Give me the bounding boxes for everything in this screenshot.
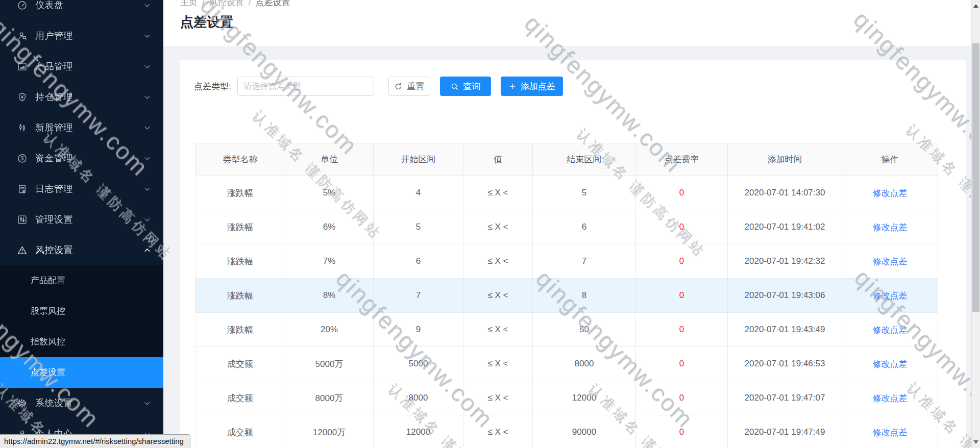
cell-unit: 20%	[285, 313, 374, 347]
sidebar-item-risk-settings[interactable]: 风控设置	[0, 235, 163, 265]
table-row-hovered: 涨跌幅 8% 7 ≤ X < 8 0 2020-07-01 19:43:06 修…	[195, 279, 938, 313]
search-button-label: 查询	[463, 81, 480, 92]
cell-fee: 0	[636, 415, 728, 448]
table-header-row: 类型名称 单位 开始区间 值 结束区间 点差费率 添加时间 操作	[195, 143, 938, 176]
page-header: 主页/风控设置/点差设置 点差设置	[163, 0, 971, 46]
svg-text:$: $	[21, 156, 24, 161]
cell-fee: 0	[636, 347, 728, 381]
search-icon	[450, 82, 459, 91]
submenu-item-stock-risk[interactable]: 股票风控	[0, 296, 163, 327]
cell-start: 9	[374, 313, 463, 347]
sidebar-item-log-management[interactable]: 日志管理	[0, 173, 163, 204]
cell-end: 5	[533, 176, 636, 210]
sidebar-item-label: 产品管理	[35, 60, 143, 72]
sidebar-item-product-management[interactable]: 产品管理	[0, 51, 163, 82]
area-chart-icon	[17, 61, 28, 72]
chevron-down-icon	[143, 124, 151, 132]
cell-cond: ≤ X <	[463, 210, 533, 244]
cell-type: 成交额	[195, 381, 285, 415]
reset-button[interactable]: 重置	[388, 77, 430, 96]
edit-spread-link[interactable]: 修改点差	[873, 359, 908, 369]
search-button[interactable]: 查询	[440, 77, 491, 96]
sidebar-item-dashboard[interactable]: 仪表盘	[0, 0, 163, 20]
sidebar-item-user-management[interactable]: 用户管理	[0, 20, 163, 51]
breadcrumb-risk-settings[interactable]: 风控设置	[209, 0, 244, 7]
shield-yen-icon	[17, 92, 28, 103]
column-header-action: 操作	[842, 143, 938, 176]
table-row: 成交额 12000万 12000 ≤ X < 90000 0 2020-07-0…	[195, 415, 938, 448]
vertical-scrollbar[interactable]	[971, 0, 980, 448]
edit-spread-link[interactable]: 修改点差	[873, 325, 908, 335]
sidebar-item-label: 用户管理	[35, 30, 143, 42]
scroll-up-arrow-icon[interactable]	[973, 4, 978, 8]
sidebar-item-newstock-management[interactable]: 新股管理	[0, 112, 163, 143]
cell-fee: 0	[636, 210, 728, 244]
cell-time: 2020-07-01 19:42:32	[728, 244, 842, 279]
table-row: 涨跌幅 6% 5 ≤ X < 6 0 2020-07-01 19:41:02 修…	[195, 210, 938, 244]
cell-end: 6	[533, 210, 636, 244]
sidebar-item-system-settings[interactable]: 系统设置	[0, 388, 163, 418]
table-row: 涨跌幅 20% 9 ≤ X < 50 0 2020-07-01 19:43:49…	[195, 313, 938, 347]
sidebar-item-label: 资金管理	[35, 152, 143, 164]
cell-type: 涨跌幅	[195, 244, 285, 279]
add-spread-button[interactable]: 添加点差	[501, 77, 563, 96]
chevron-down-icon	[143, 63, 151, 70]
cell-start: 8000	[374, 381, 463, 415]
cell-cond: ≤ X <	[463, 347, 533, 381]
edit-spread-link[interactable]: 修改点差	[873, 257, 908, 266]
column-header-value: 值	[463, 143, 533, 176]
cell-action: 修改点差	[842, 244, 938, 279]
sidebar-item-funds-management[interactable]: $ 资金管理	[0, 143, 163, 173]
edit-spread-link[interactable]: 修改点差	[873, 222, 908, 232]
cell-type: 涨跌幅	[195, 279, 285, 313]
cell-fee: 0	[636, 176, 728, 210]
cell-type: 成交额	[195, 415, 285, 448]
cell-time: 2020-07-01 19:47:07	[728, 381, 842, 415]
cell-time: 2020-07-01 19:43:06	[728, 279, 842, 313]
cell-action: 修改点差	[842, 313, 938, 347]
edit-spread-link[interactable]: 修改点差	[873, 188, 908, 198]
main-content: 主页/风控设置/点差设置 点差设置 点差类型: 重置 查询 添加点差	[163, 0, 971, 448]
sidebar-item-management-settings[interactable]: 管理设置	[0, 204, 163, 235]
cell-type: 涨跌幅	[195, 313, 285, 347]
cell-action: 修改点差	[842, 279, 938, 313]
edit-spread-link[interactable]: 修改点差	[873, 428, 908, 437]
cell-action: 修改点差	[842, 176, 938, 210]
breadcrumb-separator: /	[249, 0, 251, 7]
edit-spread-link[interactable]: 修改点差	[873, 291, 908, 301]
cell-time: 2020-07-01 19:47:49	[728, 415, 842, 448]
cell-time: 2020-07-01 19:41:02	[728, 210, 842, 244]
cell-unit: 5%	[285, 176, 374, 210]
refresh-icon	[394, 82, 403, 91]
sidebar-menu: 仪表盘 用户管理 产品管理 持仓管理 新股管理 $ 资金管理	[0, 0, 163, 448]
reset-button-label: 重置	[407, 81, 424, 92]
column-header-start: 开始区间	[374, 143, 463, 176]
edit-spread-link[interactable]: 修改点差	[873, 393, 908, 403]
cell-cond: ≤ X <	[463, 381, 533, 415]
plus-icon	[508, 82, 517, 90]
cell-fee: 0	[636, 313, 728, 347]
user-search-icon	[17, 31, 28, 41]
filter-bar: 点差类型: 重置 查询 添加点差	[180, 60, 966, 96]
spread-type-label: 点差类型:	[194, 81, 231, 92]
chevron-down-icon	[143, 400, 151, 407]
sidebar-item-label: 日志管理	[35, 183, 143, 195]
cell-cond: ≤ X <	[463, 244, 533, 279]
submenu-item-index-risk[interactable]: 指数风控	[0, 327, 163, 357]
scroll-down-arrow-icon[interactable]	[973, 440, 978, 444]
cell-cond: ≤ X <	[463, 279, 533, 313]
dollar-circle-icon: $	[17, 153, 28, 164]
scrollbar-thumb[interactable]	[972, 43, 979, 312]
spread-type-select[interactable]	[237, 77, 374, 96]
cell-time: 2020-07-01 19:43:49	[728, 313, 842, 347]
submenu-item-spread-settings[interactable]: 点差设置	[0, 357, 163, 388]
cell-time: 2020-07-01 19:46:53	[728, 347, 842, 381]
submenu-item-product-config[interactable]: 产品配置	[0, 265, 163, 296]
cell-start: 12000	[374, 415, 463, 448]
breadcrumb-home[interactable]: 主页	[180, 0, 198, 7]
table-row: 成交额 5000万 5000 ≤ X < 8000 0 2020-07-01 1…	[195, 347, 938, 381]
cell-end: 90000	[533, 415, 636, 448]
chevron-down-icon	[143, 93, 151, 101]
sidebar-item-position-management[interactable]: 持仓管理	[0, 82, 163, 112]
table-row: 涨跌幅 5% 4 ≤ X < 5 0 2020-07-01 14:07:30 修…	[195, 176, 938, 210]
